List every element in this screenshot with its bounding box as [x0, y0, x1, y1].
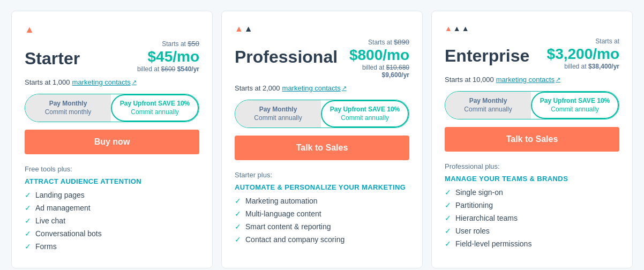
plan-card-starter: ▲ Starts at $50 Starter $45/mo billed at… — [11, 11, 213, 268]
check-icon: ✓ — [25, 191, 31, 199]
features-intro: Professional plus: — [445, 162, 619, 170]
toggle-monthly-label: Pay Monthly — [451, 97, 526, 106]
contacts-link-text: marketing contacts — [282, 84, 341, 92]
cta-button-professional[interactable]: Talk to Sales — [235, 136, 409, 160]
toggle-monthly-label: Pay Monthly — [241, 106, 316, 114]
toggle-monthly-btn[interactable]: Pay Monthly Commit monthly — [25, 94, 111, 122]
contacts-text: Starts at 2,000 — [235, 84, 280, 92]
feature-item: ✓ Conversational bots — [25, 229, 199, 238]
check-icon: ✓ — [445, 227, 451, 235]
plan-card-enterprise: ▲ ▲ ▲ Starts at Enterprise $3,200/mo bil… — [431, 11, 633, 268]
check-icon: ✓ — [445, 214, 451, 222]
feature-item: ✓ User roles — [445, 227, 619, 235]
current-price: $800/mo — [338, 48, 409, 63]
feature-item: ✓ Ad management — [25, 204, 199, 212]
toggle-upfront-sub: Commit annually — [327, 114, 402, 123]
contacts-link[interactable]: marketing contacts ↗ — [282, 84, 347, 92]
toggle-row: Pay Monthly Commit annually Pay Upfront … — [445, 91, 619, 119]
feature-label: User roles — [455, 227, 490, 235]
toggle-row: Pay Monthly Commit annually Pay Upfront … — [235, 100, 409, 128]
check-icon: ✓ — [235, 222, 241, 231]
contacts-text: Starts at 1,000 — [25, 78, 70, 86]
contacts-row: Starts at 2,000 marketing contacts ↗ — [235, 84, 409, 92]
contacts-link[interactable]: marketing contacts ↗ — [496, 76, 560, 84]
feature-label: Field-level permissions — [455, 239, 531, 248]
feature-label: Multi-language content — [245, 209, 321, 218]
features-category: ATTRACT AUDIENCE ATTENTION — [25, 177, 199, 185]
contacts-text: Starts at 10,000 — [445, 76, 494, 84]
save-badge: SAVE 10% — [158, 100, 190, 107]
features-intro: Starter plus: — [235, 171, 409, 179]
billed-row: billed at $10,680 $9,600/yr — [338, 64, 409, 79]
features-section: Professional plus: MANAGE YOUR TEAMS & B… — [445, 162, 619, 255]
billed-row: billed at $38,400/yr — [547, 63, 619, 70]
billed-row: billed at $600 $540/yr — [137, 65, 199, 73]
plan-logo-starter: ▲ — [25, 24, 199, 35]
features-category: AUTOMATE & PERSONALIZE YOUR MARKETING — [235, 183, 409, 191]
feature-label: Ad management — [35, 204, 91, 212]
contacts-link[interactable]: marketing contacts ↗ — [72, 78, 137, 86]
plan-name: Professional — [235, 48, 338, 66]
original-billed-professional: $10,680 — [386, 64, 409, 71]
plan-name: Starter — [25, 49, 80, 68]
current-price: $45/mo — [137, 49, 199, 64]
toggle-upfront-sub: Commit annually — [117, 108, 192, 117]
feature-label: Smart content & reporting — [245, 222, 331, 231]
feature-label: Partitioning — [455, 201, 493, 209]
check-icon: ✓ — [445, 188, 451, 197]
original-billed-starter: $600 — [161, 65, 176, 73]
toggle-row: Pay Monthly Commit monthly Pay Upfront S… — [25, 94, 199, 122]
feature-item: ✓ Single sign-on — [445, 188, 619, 197]
external-link-icon: ↗ — [342, 85, 347, 92]
toggle-upfront-sub: Commit annually — [537, 106, 612, 114]
starts-at-row: Starts at $890 — [235, 37, 409, 47]
feature-label: Conversational bots — [35, 229, 102, 238]
feature-label: Landing pages — [35, 191, 85, 199]
toggle-upfront-btn[interactable]: Pay Upfront SAVE 10% Commit annually — [321, 100, 409, 128]
contacts-row: Starts at 1,000 marketing contacts ↗ — [25, 78, 199, 86]
features-section: Free tools plus: ATTRACT AUDIENCE ATTENT… — [25, 165, 199, 255]
current-price: $3,200/mo — [547, 47, 619, 62]
contacts-link-text: marketing contacts — [496, 76, 555, 84]
toggle-upfront-label: Pay Upfront SAVE 10% — [327, 106, 402, 114]
feature-label: Live chat — [35, 216, 65, 225]
starts-at-label: Starts at $890 — [368, 39, 409, 46]
price-block: $45/mo billed at $600 $540/yr — [137, 49, 199, 73]
toggle-upfront-label: Pay Upfront SAVE 10% — [537, 97, 612, 106]
feature-item: ✓ Forms — [25, 242, 199, 251]
check-icon: ✓ — [235, 209, 241, 218]
feature-label: Contact and company scoring — [245, 235, 345, 244]
toggle-monthly-sub: Commit annually — [241, 114, 316, 123]
feature-item: ✓ Marketing automation — [235, 197, 409, 205]
price-row: Starter $45/mo billed at $600 $540/yr — [25, 49, 199, 73]
feature-item: ✓ Hierarchical teams — [445, 214, 619, 222]
check-icon: ✓ — [25, 229, 31, 238]
toggle-monthly-btn[interactable]: Pay Monthly Commit annually — [445, 92, 531, 119]
feature-label: Single sign-on — [455, 188, 503, 197]
feature-item: ✓ Landing pages — [25, 191, 199, 199]
price-row: Enterprise $3,200/mo billed at $38,400/y… — [445, 47, 619, 70]
save-badge: SAVE 10% — [578, 97, 610, 104]
toggle-upfront-btn[interactable]: Pay Upfront SAVE 10% Commit annually — [111, 94, 199, 122]
cta-button-enterprise[interactable]: Talk to Sales — [445, 127, 619, 152]
contacts-link-text: marketing contacts — [72, 78, 131, 86]
check-icon: ✓ — [445, 239, 451, 248]
toggle-monthly-btn[interactable]: Pay Monthly Commit annually — [235, 100, 321, 128]
feature-label: Forms — [35, 242, 57, 251]
features-category: MANAGE YOUR TEAMS & BRANDS — [445, 175, 619, 183]
save-badge: SAVE 10% — [368, 106, 400, 113]
feature-label: Marketing automation — [245, 197, 318, 205]
pricing-container: ▲ Starts at $50 Starter $45/mo billed at… — [11, 11, 633, 268]
feature-label: Hierarchical teams — [455, 214, 518, 222]
cta-button-starter[interactable]: Buy now — [25, 130, 199, 154]
price-block: $3,200/mo billed at $38,400/yr — [547, 47, 619, 70]
check-icon: ✓ — [25, 204, 31, 212]
feature-item: ✓ Live chat — [25, 216, 199, 225]
plan-logo-professional: ▲ ▲ — [235, 24, 409, 34]
original-price-starter: $50 — [188, 40, 199, 48]
toggle-monthly-sub: Commit annually — [451, 106, 526, 114]
starts-at-row: Starts at $50 — [25, 39, 199, 48]
toggle-upfront-btn[interactable]: Pay Upfront SAVE 10% Commit annually — [531, 92, 619, 119]
feature-item: ✓ Contact and company scoring — [235, 235, 409, 244]
features-intro: Free tools plus: — [25, 165, 199, 173]
